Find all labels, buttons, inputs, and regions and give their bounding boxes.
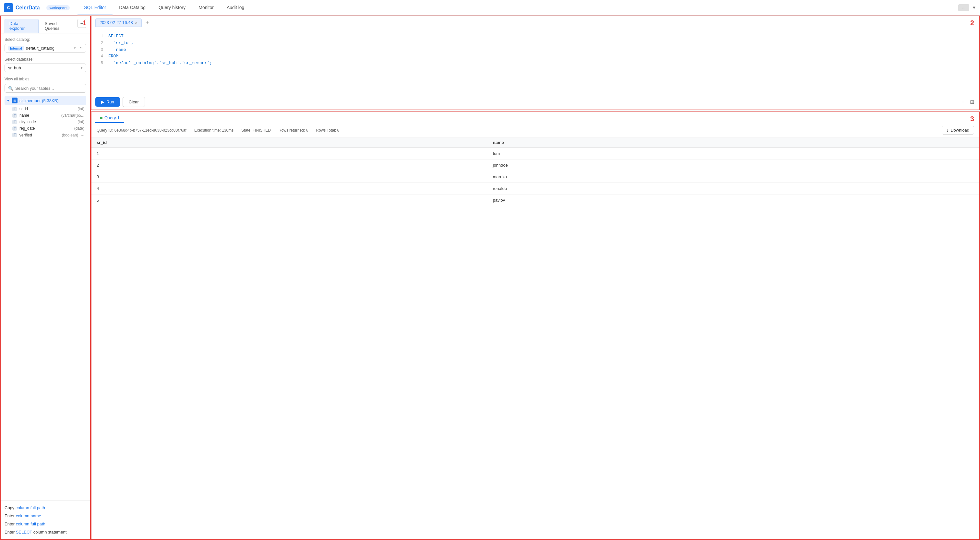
table-row: 2 johndoe xyxy=(91,159,979,171)
nav-tab-sql-editor[interactable]: SQL Editor xyxy=(78,0,113,15)
table-header: sr_id name xyxy=(91,137,979,148)
logo: C CelerData xyxy=(4,3,40,12)
context-enter-column-name[interactable]: Enter column name xyxy=(5,512,86,520)
nav-tab-data-catalog[interactable]: Data Catalog xyxy=(113,0,152,15)
catalog-select[interactable]: Internal default_catalog ▾ ↻ xyxy=(5,44,86,52)
run-icon: ▶ xyxy=(101,100,104,104)
results-tab-label: Query-1 xyxy=(104,115,120,120)
table-body: 1 tom 2 johndoe 3 maruko 4 xyxy=(91,148,979,206)
column-name: name xyxy=(19,113,59,118)
line-number: 1 xyxy=(95,33,103,40)
context-column-full-path-link2[interactable]: column full path xyxy=(16,521,45,526)
column-name: city_code xyxy=(19,120,75,124)
view-all-tables-label: View all tables xyxy=(5,77,86,81)
table-row: 5 pavlov xyxy=(91,194,979,206)
column-type-badge: T xyxy=(12,120,17,124)
nav-chevron-icon[interactable]: ▼ xyxy=(972,5,976,10)
settings-icon-button[interactable]: ⊞ xyxy=(969,98,975,106)
download-button[interactable]: ↓ Download xyxy=(942,126,974,135)
column-name: verified xyxy=(19,133,59,137)
column-type-badge: T xyxy=(12,126,17,130)
table-row: 4 ronaldo xyxy=(91,183,979,194)
results-table: sr_id name 1 tom 2 johndoe xyxy=(91,137,979,206)
database-select[interactable]: sr_hub ▾ xyxy=(5,64,86,72)
column-type-badge: T xyxy=(12,113,17,118)
nav-tab-audit-log[interactable]: Audit log xyxy=(220,0,251,15)
table-name: sr_member (5.38KB) xyxy=(19,98,59,103)
line-number: 4 xyxy=(95,54,103,60)
column-name: reg_date xyxy=(19,126,72,130)
cell-name: maruko xyxy=(488,171,979,183)
cell-sr-id: 4 xyxy=(91,183,488,194)
state: State: FINISHED xyxy=(241,128,271,133)
editor-tab-add-button[interactable]: + xyxy=(143,19,152,26)
select-database-label: Select database: xyxy=(5,57,86,62)
editor-tab-label: 2023-02-27 16:48 xyxy=(100,20,133,25)
table-item-sr-member[interactable]: ▼ ⊞ sr_member (5.38KB) xyxy=(5,96,86,105)
line-number: 2 xyxy=(95,40,103,46)
col-header-name: name xyxy=(488,137,979,148)
column-row-reg-date: T reg_date (date) xyxy=(5,125,86,132)
clear-button[interactable]: Clear xyxy=(123,97,145,107)
table-icon: ⊞ xyxy=(12,98,18,103)
column-row-verified: T verified (boolean) ··· xyxy=(5,132,86,138)
cell-sr-id: 1 xyxy=(91,148,488,159)
column-name: sr_id xyxy=(19,106,75,111)
code-line-1: 1 SELECT xyxy=(91,33,979,40)
catalog-chevron-icon: ▾ xyxy=(74,46,76,50)
nav-more-button[interactable]: ··· xyxy=(958,4,969,11)
editor-tab-close-icon[interactable]: × xyxy=(135,20,137,25)
col-header-sr-id: sr_id xyxy=(91,137,488,148)
sidebar: 1 Data explorer Saved Queries ← Select c… xyxy=(0,16,91,540)
run-label: Run xyxy=(107,100,114,104)
search-tables-input[interactable] xyxy=(15,86,83,91)
logo-icon: C xyxy=(4,3,13,12)
context-column-full-path-link[interactable]: column full path xyxy=(16,505,45,510)
table-row: 1 tom xyxy=(91,148,979,159)
rows-returned: Rows returned: 6 xyxy=(278,128,308,133)
context-enter-column-full-path[interactable]: Enter column full path xyxy=(5,520,86,528)
line-number: 3 xyxy=(95,47,103,53)
sidebar-tab-data-explorer[interactable]: Data explorer xyxy=(5,19,38,33)
code-ident: `name` xyxy=(108,47,129,54)
cell-sr-id: 5 xyxy=(91,194,488,206)
sidebar-section-number: 1 xyxy=(83,19,86,27)
download-icon: ↓ xyxy=(947,128,949,133)
sidebar-body: Select catalog: Internal default_catalog… xyxy=(1,33,90,499)
column-type: (int) xyxy=(78,120,84,124)
code-line-2: 2 `sr_id`, xyxy=(91,40,979,47)
column-type: (int) xyxy=(78,106,84,111)
context-select-link[interactable]: SELECT xyxy=(16,530,32,535)
cell-name: tom xyxy=(488,148,979,159)
sidebar-tab-saved-queries[interactable]: Saved Queries xyxy=(40,19,76,33)
editor-tab-active[interactable]: 2023-02-27 16:48 × xyxy=(95,19,142,27)
column-type: (date) xyxy=(74,126,84,130)
table-row: 3 maruko xyxy=(91,171,979,183)
context-copy-column-path[interactable]: Copy column full path xyxy=(5,504,86,512)
top-navigation: C CelerData workspace SQL Editor Data Ca… xyxy=(0,0,980,16)
results-tab-query1[interactable]: Query-1 xyxy=(95,114,124,123)
cell-sr-id: 3 xyxy=(91,171,488,183)
run-button[interactable]: ▶ Run xyxy=(95,97,120,106)
format-icon-button[interactable]: ≡ xyxy=(961,98,966,106)
table-collapse-icon: ▼ xyxy=(6,99,10,102)
search-tables-container: 🔍 xyxy=(5,84,86,93)
cell-name: ronaldo xyxy=(488,183,979,194)
results-section-number: 3 xyxy=(970,115,974,123)
column-more-icon[interactable]: ··· xyxy=(81,133,84,137)
context-enter-select-statement[interactable]: Enter SELECT column statement xyxy=(5,528,86,536)
rows-total: Rows Total: 6 xyxy=(316,128,339,133)
results-metadata: Query ID: 6e368d4b-b757-11ed-8638-023cd0… xyxy=(91,123,979,137)
nav-tab-monitor[interactable]: Monitor xyxy=(192,0,220,15)
editor-panel: 2 2023-02-27 16:48 × + 1 SELECT 2 `sr_id… xyxy=(91,16,980,110)
context-column-name-link[interactable]: column name xyxy=(16,513,41,518)
column-type: (boolean) xyxy=(62,133,78,137)
catalog-refresh-icon[interactable]: ↻ xyxy=(79,46,83,51)
nav-tabs: SQL Editor Data Catalog Query history Mo… xyxy=(78,0,251,15)
nav-tab-query-history[interactable]: Query history xyxy=(152,0,192,15)
editor-section-number: 2 xyxy=(970,19,974,27)
code-line-5: 5 `default_catalog`.`sr_hub`.`sr_member`… xyxy=(91,60,979,67)
query-id: Query ID: 6e368d4b-b757-11ed-8638-023cd0… xyxy=(97,128,186,133)
code-editor[interactable]: 1 SELECT 2 `sr_id`, 3 `name` 4 FROM 5 xyxy=(91,29,979,94)
code-line-3: 3 `name` xyxy=(91,47,979,54)
